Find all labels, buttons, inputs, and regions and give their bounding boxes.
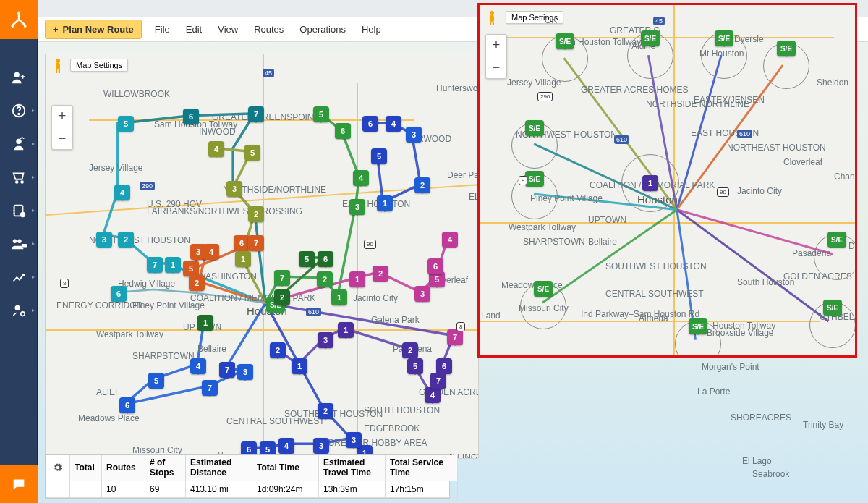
route-stop-marker[interactable]: 2 <box>270 342 286 358</box>
chat-button[interactable] <box>0 465 38 503</box>
route-stop-marker[interactable]: 5 <box>299 251 315 267</box>
route-stop-marker[interactable]: 7 <box>430 373 446 389</box>
route-stop-marker[interactable]: 3 <box>313 438 329 454</box>
sidebar-routes[interactable]: ▸ <box>0 127 38 161</box>
zoom-out-button[interactable]: − <box>52 127 72 149</box>
sidebar-address-book[interactable]: ▸ <box>0 194 38 227</box>
route-stop-marker[interactable]: 5 <box>313 106 329 122</box>
route-stop-marker[interactable]: 5 <box>148 373 164 389</box>
route-stop-marker[interactable]: 3 <box>237 364 253 380</box>
route-stop-marker[interactable]: 6 <box>111 286 127 302</box>
route-stop-marker[interactable]: 3 <box>346 432 362 448</box>
menu-edit[interactable]: Edit <box>183 21 205 38</box>
se-depot-marker[interactable]: S/E <box>641 30 660 46</box>
se-depot-marker[interactable]: S/E <box>823 300 842 316</box>
map-settings-button-main[interactable]: Map Settings <box>70 59 128 72</box>
route-stop-marker[interactable]: 6 <box>436 358 452 374</box>
route-stop-marker[interactable]: 7 <box>219 362 235 378</box>
route-stop-marker[interactable]: 4 <box>386 116 401 132</box>
plan-new-route-button[interactable]: + Plan New Route <box>45 20 142 39</box>
route-stop-marker[interactable]: 5 <box>118 116 134 132</box>
sidebar-team[interactable]: ▸ <box>0 227 38 261</box>
inset-map-label: Brookside Village <box>707 328 774 338</box>
app-logo[interactable] <box>0 0 38 39</box>
route-stop-marker[interactable]: 6 <box>427 258 443 274</box>
route-stop-marker[interactable]: 4 <box>114 185 130 200</box>
route-stop-marker[interactable]: 5 <box>407 358 423 374</box>
route-stop-marker[interactable]: 1 <box>377 195 393 211</box>
sidebar-add-user[interactable] <box>0 61 38 94</box>
route-stop-marker[interactable]: 4 <box>353 170 369 186</box>
route-stop-marker[interactable]: 3 <box>414 286 430 302</box>
zoom-in-button[interactable]: + <box>52 106 72 127</box>
map-settings-button-inset[interactable]: Map Settings <box>506 11 563 24</box>
inset-center-marker[interactable]: 1 <box>642 175 658 191</box>
route-stop-marker[interactable]: 1 <box>331 289 347 305</box>
menu-help[interactable]: Help <box>359 21 384 38</box>
route-stop-marker[interactable]: 7 <box>447 329 463 345</box>
menu-view[interactable]: View <box>215 21 241 38</box>
menu-routes[interactable]: Routes <box>251 21 286 38</box>
val-time: 1d:09h:24m <box>252 481 319 498</box>
route-stop-marker[interactable]: 6 <box>335 123 351 139</box>
route-stop-marker[interactable]: 1 <box>197 315 213 331</box>
se-depot-marker[interactable]: S/E <box>534 281 553 297</box>
summary-settings-button[interactable] <box>46 455 70 481</box>
pegman-icon-inset[interactable] <box>484 9 500 27</box>
route-stop-marker[interactable]: 3 <box>406 127 422 143</box>
route-stop-marker[interactable]: 5 <box>244 145 260 161</box>
se-depot-marker[interactable]: S/E <box>556 33 574 49</box>
route-stop-marker[interactable]: 7 <box>202 380 218 396</box>
route-stop-marker[interactable]: 2 <box>317 271 333 287</box>
se-depot-marker[interactable]: S/E <box>525 120 544 136</box>
se-depot-marker[interactable]: S/E <box>827 232 846 248</box>
route-stop-marker[interactable]: 2 <box>189 275 205 291</box>
route-stop-marker[interactable]: 3 <box>349 199 365 215</box>
route-stop-marker[interactable]: 2 <box>248 206 264 222</box>
route-stop-marker[interactable]: 6 <box>119 397 135 413</box>
se-depot-marker[interactable]: S/E <box>777 41 796 56</box>
route-stop-marker[interactable]: 4 <box>278 438 294 454</box>
route-stop-marker[interactable]: 1 <box>338 322 354 338</box>
route-stop-marker[interactable]: 7 <box>147 257 163 273</box>
route-stop-marker[interactable]: 2 <box>318 403 333 419</box>
route-stop-marker[interactable]: 2 <box>373 266 388 282</box>
inset-map-label: De <box>848 241 857 251</box>
pegman-icon[interactable] <box>50 57 66 75</box>
route-stop-marker[interactable]: 2 <box>402 342 418 358</box>
route-stop-marker[interactable]: 4 <box>442 232 458 248</box>
route-stop-marker[interactable]: 1 <box>165 257 181 273</box>
se-depot-marker[interactable]: S/E <box>715 30 733 46</box>
route-stop-marker[interactable]: 7 <box>248 106 264 122</box>
route-stop-marker[interactable]: 6 <box>234 235 250 251</box>
sidebar-user-settings[interactable]: ▸ <box>0 294 38 327</box>
route-stop-marker[interactable]: 6 <box>183 109 199 124</box>
sidebar-analytics[interactable]: ▸ <box>0 261 38 294</box>
route-stop-marker[interactable]: 3 <box>318 332 333 348</box>
route-stop-marker[interactable]: 2 <box>274 289 290 305</box>
route-stop-marker[interactable]: 4 <box>203 244 219 260</box>
sidebar-help[interactable]: ▸ <box>0 94 38 127</box>
route-stop-marker[interactable]: 7 <box>274 270 290 286</box>
route-stop-marker[interactable]: 4 <box>208 141 224 157</box>
route-stop-marker[interactable]: 6 <box>362 116 378 132</box>
menu-file[interactable]: File <box>152 21 173 38</box>
menu-operations[interactable]: Operations <box>297 21 349 38</box>
route-stop-marker[interactable]: 3 <box>226 181 242 197</box>
route-stop-marker[interactable]: 2 <box>118 232 134 248</box>
route-stop-marker[interactable]: 5 <box>371 148 387 164</box>
route-stop-marker[interactable]: 6 <box>318 251 333 267</box>
route-stop-marker[interactable]: 1 <box>292 358 307 374</box>
route-stop-marker[interactable]: 2 <box>414 177 430 193</box>
route-stop-marker[interactable]: 7 <box>248 235 264 251</box>
map-panel-main[interactable]: Map Settings + − Houston WILLOWBROOKJers… <box>45 54 479 459</box>
route-stop-marker[interactable]: 3 <box>96 232 112 248</box>
route-stop-marker[interactable]: 1 <box>235 251 251 267</box>
sidebar-orders[interactable]: ▸ <box>0 161 38 194</box>
inset-zoom-in-button[interactable]: + <box>486 35 506 56</box>
route-stop-marker[interactable]: 4 <box>190 358 206 374</box>
inset-zoom-out-button[interactable]: − <box>486 56 506 78</box>
route-stop-marker[interactable]: 1 <box>349 271 365 287</box>
se-depot-marker[interactable]: S/E <box>525 171 544 187</box>
map-panel-inset[interactable]: Map Settings + − OKAldineDyersleGREATER … <box>477 3 857 358</box>
